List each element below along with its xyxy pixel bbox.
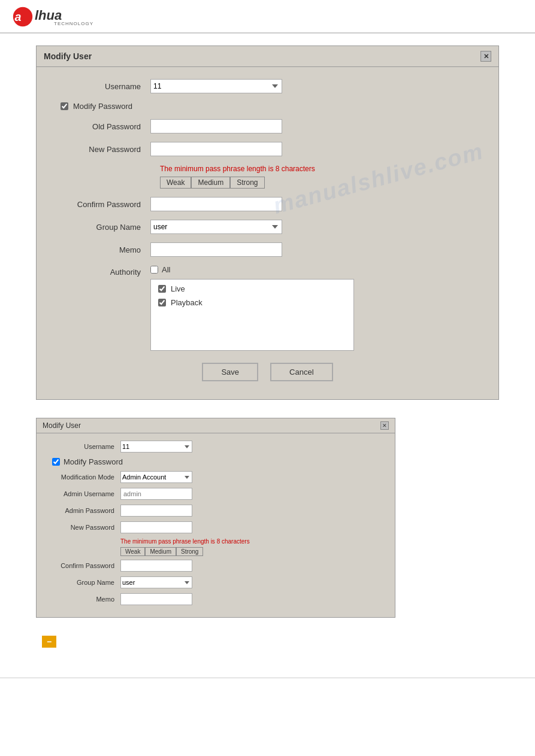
dialog2-confirm-password-label: Confirm Password [49, 562, 120, 569]
all-checkbox-row: All [150, 265, 480, 274]
memo-input[interactable] [150, 242, 282, 257]
authority-list: Live Playback [150, 279, 354, 351]
dialog2-modify-password-checkbox[interactable] [52, 458, 60, 466]
dialog1-close-button[interactable]: ✕ [480, 51, 491, 62]
username-label: Username [55, 82, 150, 91]
username-control: 11 [150, 79, 480, 93]
footer-line [0, 678, 535, 683]
authority-live-label: Live [171, 284, 185, 293]
dialog2-group-name-select[interactable]: user admin [120, 576, 192, 588]
username-select[interactable]: 11 [150, 79, 282, 93]
modify-user-dialog-2: Modify User ✕ Username 11 Modify Passwor… [36, 418, 395, 618]
admin-username-row: Admin Username [49, 488, 383, 500]
modify-password-label: Modify Password [73, 102, 132, 111]
dialog2-group-name-label: Group Name [49, 579, 120, 586]
new-password-control [150, 142, 480, 156]
dialog2-strength-strong[interactable]: Strong [176, 547, 203, 556]
new-password-row: New Password [55, 142, 480, 156]
old-password-control [150, 119, 480, 133]
dialog2-title: Modify User [43, 421, 81, 430]
authority-live-checkbox[interactable] [158, 285, 166, 293]
strength-medium-button[interactable]: Medium [191, 177, 230, 189]
all-label: All [162, 265, 170, 274]
authority-label: Authority [55, 265, 150, 277]
modify-password-row: Modify Password [61, 102, 480, 111]
group-name-row: Group Name user admin [55, 220, 480, 234]
modification-mode-label: Modification Mode [49, 473, 120, 481]
old-password-label: Old Password [55, 122, 150, 131]
dialog2-new-password-row: New Password [49, 521, 383, 533]
dialog1-body: Username 11 Modify Password Old Password [37, 67, 498, 399]
admin-password-input[interactable] [120, 505, 192, 517]
authority-live-item: Live [158, 284, 346, 293]
group-name-control: user admin [150, 220, 480, 234]
dialog1-title: Modify User [44, 51, 92, 61]
admin-username-input[interactable] [120, 488, 192, 500]
dialog1-title-bar: Modify User ✕ [37, 46, 498, 67]
dialog2-username-select[interactable]: 11 [120, 441, 192, 453]
memo-row: Memo [55, 242, 480, 257]
dialog2-username-row: Username 11 [49, 441, 383, 453]
dialog2-username-label: Username [49, 443, 120, 450]
dialog1-buttons: Save Cancel [55, 363, 480, 387]
group-name-label: Group Name [55, 223, 150, 232]
dialog2-memo-input[interactable] [120, 593, 192, 605]
dialog2-new-password-label: New Password [49, 524, 120, 531]
strength-weak-button[interactable]: Weak [160, 177, 191, 189]
dialog2-close-button[interactable]: ✕ [380, 421, 389, 430]
new-password-input[interactable] [150, 142, 282, 156]
strength-strong-button[interactable]: Strong [230, 177, 264, 189]
authority-row: Authority All Live Playback [55, 265, 480, 351]
memo-control [150, 242, 480, 257]
modify-user-dialog-1: manualshlive.com Modify User ✕ Username … [36, 45, 499, 400]
all-checkbox[interactable] [150, 266, 158, 274]
admin-username-label: Admin Username [49, 490, 120, 497]
dialog2-title-bar: Modify User ✕ [37, 418, 395, 433]
confirm-password-control [150, 197, 480, 211]
admin-password-label: Admin Password [49, 507, 120, 514]
admin-password-row: Admin Password [49, 505, 383, 517]
page-content: manualshlive.com Modify User ✕ Username … [0, 34, 535, 660]
page-header: a lhua TECHNOLOGY [0, 0, 535, 34]
confirm-password-input[interactable] [150, 197, 282, 211]
dialog2-modify-password-label: Modify Password [64, 457, 123, 466]
logo: a lhua TECHNOLOGY [12, 6, 93, 28]
memo-label: Memo [55, 245, 150, 254]
logo-icon: a [12, 6, 34, 28]
dialog2-password-hint: The minimum pass phrase length is 8 char… [120, 538, 383, 545]
svg-text:a: a [15, 10, 22, 23]
dialog2-new-password-input[interactable] [120, 521, 192, 533]
note-icon: − [42, 636, 56, 648]
authority-playback-label: Playback [171, 298, 202, 307]
dialog2-confirm-password-input[interactable] [120, 560, 192, 572]
dialog2-modify-password-row: Modify Password [52, 457, 383, 466]
new-password-label: New Password [55, 145, 150, 154]
strength-row: Weak Medium Strong [160, 177, 480, 189]
old-password-row: Old Password [55, 119, 480, 133]
confirm-password-row: Confirm Password [55, 197, 480, 211]
cancel-button[interactable]: Cancel [270, 363, 333, 381]
dialog2-strength-medium[interactable]: Medium [145, 547, 176, 556]
authority-playback-item: Playback [158, 298, 346, 307]
username-row: Username 11 [55, 79, 480, 93]
dialog2-strength-row: Weak Medium Strong [120, 547, 383, 556]
logo-sub: TECHNOLOGY [54, 21, 93, 26]
authority-playback-checkbox[interactable] [158, 299, 166, 306]
dialog2-memo-label: Memo [49, 596, 120, 603]
dialog2-group-name-row: Group Name user admin [49, 576, 383, 588]
old-password-input[interactable] [150, 119, 282, 133]
logo-text: lhua [35, 8, 62, 23]
dialog2-confirm-password-row: Confirm Password [49, 560, 383, 572]
password-hint: The minimum pass phrase length is 8 char… [160, 165, 480, 173]
modify-password-checkbox[interactable] [61, 102, 68, 110]
save-button[interactable]: Save [202, 363, 258, 381]
dialog2-strength-weak[interactable]: Weak [120, 547, 145, 556]
authority-box: All Live Playback [150, 265, 480, 351]
confirm-password-label: Confirm Password [55, 200, 150, 209]
dialog2-memo-row: Memo [49, 593, 383, 605]
modification-mode-row: Modification Mode Admin Account User Acc… [49, 471, 383, 483]
dialog2-body: Username 11 Modify Password Modification… [37, 433, 395, 617]
group-name-select[interactable]: user admin [150, 220, 282, 234]
modification-mode-select[interactable]: Admin Account User Account [120, 471, 192, 483]
